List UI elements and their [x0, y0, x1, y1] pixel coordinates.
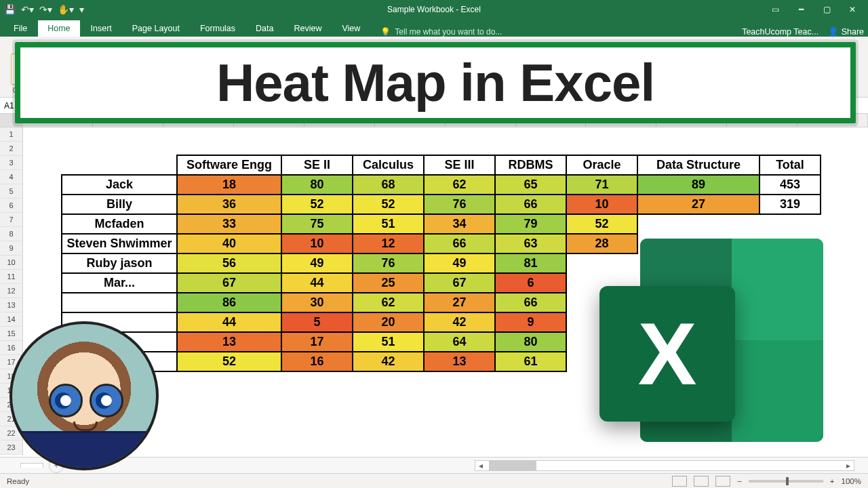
- row-header[interactable]: 5: [0, 184, 23, 199]
- heatmap-cell[interactable]: 27: [637, 195, 760, 214]
- heatmap-cell[interactable]: 16: [281, 352, 353, 371]
- tab-insert[interactable]: Insert: [81, 20, 121, 37]
- heatmap-cell[interactable]: 33: [177, 214, 281, 234]
- heatmap-total-cell[interactable]: [760, 214, 821, 234]
- scroll-right-icon[interactable]: ▸: [843, 461, 854, 470]
- row-header[interactable]: 15: [0, 327, 23, 341]
- heatmap-col-header[interactable]: SE II: [281, 155, 353, 175]
- heatmap-cell[interactable]: 52: [281, 195, 353, 214]
- heatmap-cell[interactable]: 86: [177, 293, 281, 312]
- heatmap-cell[interactable]: 13: [424, 352, 495, 371]
- heatmap-cell[interactable]: 66: [495, 293, 566, 312]
- maximize-button[interactable]: ▢: [815, 0, 838, 19]
- heatmap-row-label[interactable]: [62, 293, 177, 312]
- ribbon-options-icon[interactable]: ▭: [764, 0, 787, 19]
- heatmap-total-cell[interactable]: 453: [760, 175, 821, 195]
- scroll-left-icon[interactable]: ◂: [475, 461, 486, 470]
- heatmap-col-header[interactable]: RDBMS: [495, 155, 566, 175]
- row-header[interactable]: 2: [0, 142, 23, 156]
- heatmap-cell[interactable]: 80: [495, 332, 566, 352]
- row-header[interactable]: 11: [0, 270, 23, 284]
- row-header[interactable]: 14: [0, 312, 23, 327]
- heatmap-cell[interactable]: 66: [424, 234, 495, 253]
- heatmap-cell[interactable]: 6: [495, 273, 566, 293]
- heatmap-col-header[interactable]: Calculus: [353, 155, 424, 175]
- heatmap-cell[interactable]: 5: [281, 312, 353, 332]
- row-header[interactable]: 7: [0, 213, 23, 227]
- heatmap-total-header[interactable]: Total: [760, 155, 821, 175]
- heatmap-cell[interactable]: 42: [424, 312, 495, 332]
- heatmap-cell[interactable]: 49: [281, 253, 353, 273]
- heatmap-cell[interactable]: 51: [353, 214, 424, 234]
- qat-more-icon[interactable]: ▾: [79, 4, 84, 15]
- heatmap-total-cell[interactable]: 319: [760, 195, 821, 214]
- tab-review[interactable]: Review: [284, 20, 331, 37]
- zoom-out-button[interactable]: −: [737, 477, 742, 485]
- heatmap-cell[interactable]: 18: [177, 175, 281, 195]
- heatmap-cell[interactable]: 79: [495, 214, 566, 234]
- share-button[interactable]: 👤 Share: [828, 26, 864, 37]
- heatmap-cell[interactable]: 13: [177, 332, 281, 352]
- heatmap-cell[interactable]: 75: [281, 214, 353, 234]
- view-normal-button[interactable]: [672, 476, 687, 487]
- heatmap-cell[interactable]: 51: [353, 332, 424, 352]
- heatmap-cell[interactable]: 81: [495, 253, 566, 273]
- touch-mode-icon[interactable]: ✋▾: [58, 4, 74, 15]
- heatmap-cell[interactable]: 49: [424, 253, 495, 273]
- heatmap-cell[interactable]: 9: [495, 312, 566, 332]
- row-header[interactable]: 10: [0, 256, 23, 270]
- zoom-level[interactable]: 100%: [842, 477, 861, 485]
- heatmap-cell[interactable]: 62: [424, 175, 495, 195]
- scroll-thumb[interactable]: [489, 461, 536, 470]
- row-header[interactable]: 1: [0, 127, 23, 142]
- heatmap-row-label[interactable]: Jack: [62, 175, 177, 195]
- tab-page-layout[interactable]: Page Layout: [123, 20, 189, 37]
- heatmap-col-header[interactable]: Data Structure: [637, 155, 760, 175]
- heatmap-cell[interactable]: 62: [353, 293, 424, 312]
- heatmap-cell[interactable]: 12: [353, 234, 424, 253]
- heatmap-col-header[interactable]: Oracle: [566, 155, 637, 175]
- heatmap-cell[interactable]: 52: [177, 352, 281, 371]
- undo-icon[interactable]: ↶▾: [21, 4, 34, 15]
- row-header[interactable]: 23: [0, 441, 23, 455]
- heatmap-cell[interactable]: 17: [281, 332, 353, 352]
- row-header[interactable]: 3: [0, 156, 23, 170]
- heatmap-cell[interactable]: 66: [495, 195, 566, 214]
- heatmap-cell[interactable]: 52: [353, 195, 424, 214]
- heatmap-cell[interactable]: 67: [424, 273, 495, 293]
- view-break-button[interactable]: [715, 476, 730, 487]
- heatmap-cell[interactable]: 27: [424, 293, 495, 312]
- zoom-in-button[interactable]: +: [830, 477, 835, 485]
- heatmap-row-label[interactable]: Mcfaden: [62, 214, 177, 234]
- heatmap-col-header[interactable]: SE III: [424, 155, 495, 175]
- heatmap-cell[interactable]: 44: [281, 273, 353, 293]
- row-header[interactable]: 4: [0, 170, 23, 184]
- heatmap-cell[interactable]: 64: [424, 332, 495, 352]
- save-icon[interactable]: 💾: [4, 4, 16, 15]
- tab-formulas[interactable]: Formulas: [191, 20, 245, 37]
- row-header[interactable]: 6: [0, 199, 23, 213]
- heatmap-cell[interactable]: 52: [566, 214, 637, 234]
- heatmap-cell[interactable]: 30: [281, 293, 353, 312]
- heatmap-cell[interactable]: 10: [566, 195, 637, 214]
- heatmap-cell[interactable]: 68: [353, 175, 424, 195]
- heatmap-cell[interactable]: 25: [353, 273, 424, 293]
- heatmap-cell[interactable]: 89: [637, 175, 760, 195]
- heatmap-cell[interactable]: 80: [281, 175, 353, 195]
- tab-data[interactable]: Data: [246, 20, 283, 37]
- heatmap-row-label[interactable]: Steven Shwimmer: [62, 234, 177, 253]
- heatmap-row-label[interactable]: Billy: [62, 195, 177, 214]
- heatmap-cell[interactable]: 76: [424, 195, 495, 214]
- heatmap-cell[interactable]: 61: [495, 352, 566, 371]
- tab-view[interactable]: View: [332, 20, 370, 37]
- tell-me-search[interactable]: 💡 Tell me what you want to do...: [380, 27, 502, 37]
- account-name[interactable]: TeachUcomp Teac...: [742, 27, 818, 37]
- heatmap-cell[interactable]: 56: [177, 253, 281, 273]
- heatmap-col-header[interactable]: Software Engg: [177, 155, 281, 175]
- horizontal-scrollbar[interactable]: ◂ ▸: [475, 460, 854, 471]
- heatmap-cell[interactable]: [637, 214, 760, 234]
- close-button[interactable]: ✕: [841, 0, 864, 19]
- redo-icon[interactable]: ↷▾: [39, 4, 52, 15]
- heatmap-cell[interactable]: 67: [177, 273, 281, 293]
- heatmap-row-label[interactable]: Mar...: [62, 273, 177, 293]
